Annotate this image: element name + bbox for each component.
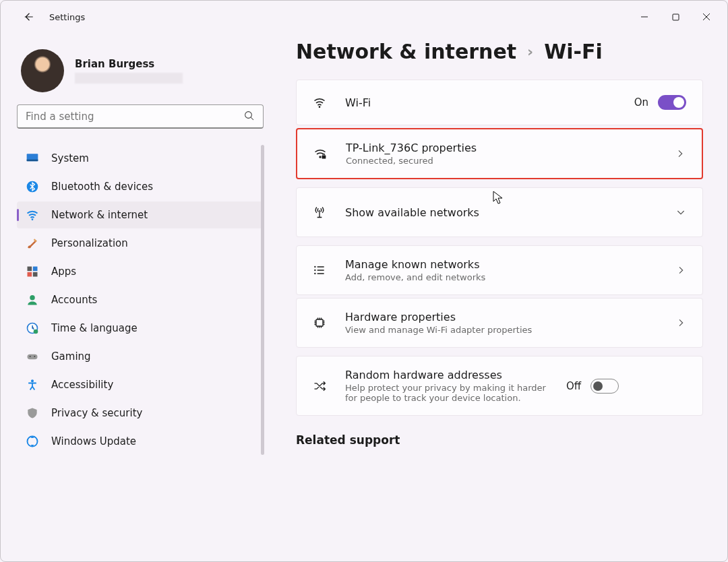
random-mac-toggle[interactable] (590, 379, 619, 394)
app-title: Settings (49, 12, 85, 22)
sidebar-item-label: Accounts (51, 294, 97, 306)
chevron-right-icon (675, 265, 686, 276)
chevron-right-icon (675, 148, 686, 159)
sidebar-item-label: Privacy & security (51, 407, 142, 419)
apps-icon (26, 265, 39, 278)
sidebar-item-accessibility[interactable]: Accessibility (17, 371, 264, 398)
accessibility-icon (26, 378, 39, 392)
card-title: TP-Link_736C properties (346, 142, 656, 154)
wifi-secured-icon (313, 147, 327, 160)
svg-point-1 (245, 112, 252, 119)
close-button[interactable] (691, 3, 722, 30)
antenna-icon (313, 206, 326, 219)
sidebar-scrollbar[interactable] (261, 145, 264, 455)
svg-rect-3 (27, 160, 38, 162)
sidebar-item-time[interactable]: Time & language (17, 315, 264, 342)
sidebar-item-bluetooth[interactable]: Bluetooth & devices (17, 173, 264, 200)
clock-icon (26, 321, 39, 335)
username: Brian Burgess (75, 58, 183, 70)
wifi-state-label: On (634, 96, 648, 108)
list-icon (313, 263, 326, 277)
wifi-toggle[interactable] (658, 95, 686, 110)
profile-block[interactable]: Brian Burgess (17, 33, 264, 104)
svg-point-19 (319, 156, 321, 158)
svg-rect-7 (33, 267, 38, 272)
minimize-icon (640, 13, 648, 21)
svg-point-15 (34, 356, 35, 357)
random-mac-card[interactable]: Random hardware addresses Help protect y… (296, 356, 703, 416)
search-input[interactable] (17, 104, 264, 129)
svg-point-18 (319, 106, 321, 108)
random-mac-state-label: Off (566, 380, 581, 392)
shield-icon (26, 406, 39, 420)
svg-point-5 (32, 218, 34, 220)
sidebar-item-privacy[interactable]: Privacy & security (17, 400, 264, 427)
sidebar: Brian Burgess System Bluetooth & devices (17, 33, 273, 561)
svg-point-14 (30, 356, 31, 357)
sidebar-item-label: Time & language (51, 322, 138, 334)
sidebar-item-apps[interactable]: Apps (17, 258, 264, 285)
sidebar-item-gaming[interactable]: Gaming (17, 343, 264, 370)
card-title: Wi-Fi (345, 96, 615, 109)
email-masked (75, 73, 183, 84)
avatar (21, 49, 64, 92)
svg-rect-13 (28, 354, 38, 360)
sidebar-item-label: Gaming (51, 350, 91, 363)
close-icon (702, 13, 710, 21)
update-icon (26, 435, 39, 448)
wifi-toggle-card[interactable]: Wi-Fi On (296, 80, 703, 125)
sidebar-item-label: Personalization (51, 237, 128, 249)
svg-rect-6 (28, 267, 32, 272)
network-properties-card[interactable]: TP-Link_736C properties Connected, secur… (296, 128, 703, 179)
sidebar-item-system[interactable]: System (17, 145, 264, 172)
back-arrow-icon (22, 11, 34, 23)
card-title: Hardware properties (345, 311, 657, 323)
search-wrap (17, 104, 264, 129)
sidebar-item-label: Network & internet (51, 209, 148, 221)
available-networks-card[interactable]: Show available networks (296, 187, 703, 237)
card-title: Random hardware addresses (345, 369, 547, 381)
sidebar-item-label: Windows Update (51, 435, 136, 447)
minimize-button[interactable] (629, 3, 660, 30)
sidebar-item-network[interactable]: Network & internet (17, 201, 264, 228)
svg-point-23 (314, 273, 315, 274)
related-support-heading: Related support (296, 433, 703, 447)
shuffle-icon (313, 379, 326, 393)
sidebar-item-accounts[interactable]: Accounts (17, 286, 264, 313)
breadcrumb-current: Wi-Fi (544, 40, 603, 63)
svg-rect-9 (33, 272, 38, 277)
maximize-icon (672, 13, 679, 21)
card-title: Manage known networks (345, 258, 657, 271)
hardware-properties-card[interactable]: Hardware properties View and manage Wi-F… (296, 298, 703, 348)
svg-rect-8 (28, 272, 32, 277)
breadcrumb: Network & internet › Wi-Fi (296, 40, 703, 63)
card-subtitle: Help protect your privacy by making it h… (345, 383, 547, 403)
maximize-button[interactable] (660, 3, 691, 30)
person-icon (26, 293, 39, 307)
bluetooth-icon (26, 180, 39, 193)
titlebar: Settings (1, 1, 727, 33)
sidebar-item-label: Accessibility (51, 379, 113, 391)
chip-icon (313, 316, 326, 330)
sidebar-item-update[interactable]: Windows Update (17, 428, 264, 455)
sidebar-item-label: Bluetooth & devices (51, 181, 153, 193)
card-title: Show available networks (345, 206, 657, 219)
sidebar-item-personalization[interactable]: Personalization (17, 230, 264, 257)
wifi-icon (26, 208, 39, 222)
card-subtitle: Connected, secured (346, 156, 656, 166)
svg-point-16 (31, 379, 34, 382)
svg-point-12 (34, 330, 38, 334)
breadcrumb-parent[interactable]: Network & internet (296, 40, 516, 63)
back-button[interactable] (17, 5, 40, 28)
chevron-down-icon (675, 207, 686, 218)
card-subtitle: Add, remove, and edit networks (345, 272, 657, 282)
monitor-icon (26, 152, 39, 165)
sidebar-item-label: Apps (51, 266, 76, 278)
known-networks-card[interactable]: Manage known networks Add, remove, and e… (296, 245, 703, 295)
card-subtitle: View and manage Wi-Fi adapter properties (345, 325, 657, 335)
svg-point-10 (30, 295, 35, 301)
nav-list: System Bluetooth & devices Network & int… (17, 145, 264, 455)
svg-rect-24 (316, 319, 323, 326)
gamepad-icon (26, 350, 39, 363)
chevron-right-icon: › (527, 43, 533, 60)
